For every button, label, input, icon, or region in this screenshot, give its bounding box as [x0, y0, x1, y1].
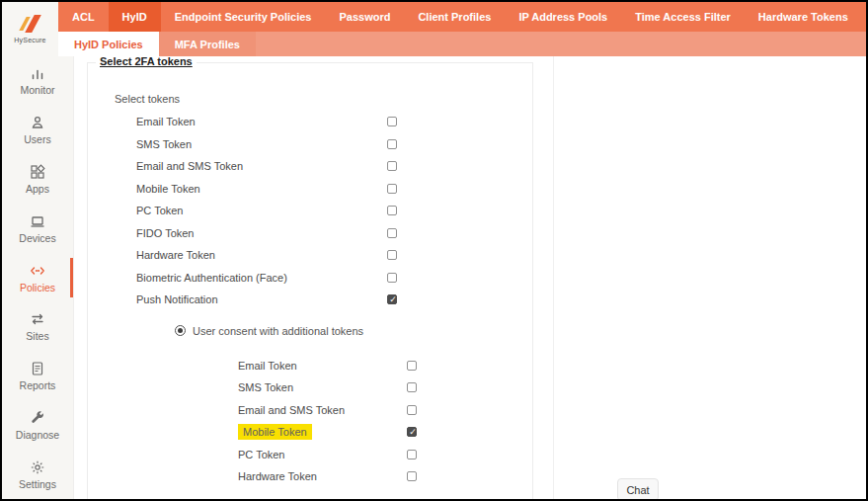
- nav-item-ip-address-pools[interactable]: IP Address Pools: [505, 2, 621, 32]
- sidebar-item-devices[interactable]: Devices: [2, 204, 73, 253]
- nav-item-client-profiles[interactable]: Client Profiles: [404, 2, 505, 32]
- checkbox-email-and-sms-token[interactable]: [407, 405, 417, 415]
- nav-item-hardware-tokens[interactable]: Hardware Tokens: [745, 2, 862, 32]
- subnav-tab-hyid-policies[interactable]: HyID Policies: [58, 32, 159, 56]
- token-row-fido-token: FIDO Token: [88, 222, 532, 245]
- nav-item-password[interactable]: Password: [325, 2, 404, 32]
- sidebar-item-label: Users: [24, 133, 50, 145]
- fieldset-legend: Select 2FA tokens: [96, 55, 197, 67]
- sidebar-item-policies[interactable]: Policies: [2, 253, 73, 302]
- brand-name: HySecure: [14, 37, 45, 43]
- document-icon: [30, 361, 45, 376]
- token-label: SMS Token: [136, 138, 387, 150]
- gear-icon: [30, 459, 45, 475]
- token-row-sms-token: SMS Token: [88, 133, 532, 156]
- nav-item-time-access-filter[interactable]: Time Access Filter: [621, 2, 745, 32]
- checkbox-push-notification[interactable]: [387, 294, 397, 304]
- main-content: Select 2FA tokens Select tokens Email To…: [75, 56, 866, 499]
- sidebar-item-sites[interactable]: Sites: [2, 302, 73, 352]
- checkbox-biometric-authentication-face[interactable]: [387, 273, 397, 283]
- bar-chart-icon: [30, 65, 45, 81]
- nav-item-appwhitelisting-rules[interactable]: Appwhitelisting Rules: [862, 2, 868, 32]
- token-label: PC Token: [136, 205, 387, 216]
- token-row-push-notification: Push Notification: [88, 289, 532, 311]
- subnav-tab-label: HyID Policies: [74, 39, 143, 50]
- token-label: Mobile Token: [136, 183, 387, 195]
- token-row-hardware-token: Hardware Token: [88, 244, 532, 267]
- sidebar-item-label: Diagnose: [16, 429, 59, 441]
- token-label: Email Token: [238, 360, 407, 372]
- subnav-tab-label: MFA Profiles: [175, 39, 240, 50]
- sidebar-item-label: Policies: [20, 282, 55, 293]
- token-row-email-and-sms-token: Email and SMS Token: [88, 399, 532, 422]
- swap-arrows-icon: [30, 311, 45, 327]
- hysecure-logo-icon: [20, 15, 41, 35]
- checkbox-pc-token[interactable]: [407, 450, 417, 459]
- subnav-tab-mfa-profiles[interactable]: MFA Profiles: [159, 32, 256, 56]
- person-icon: [30, 115, 45, 130]
- nav-item-acl[interactable]: ACL: [58, 2, 109, 32]
- chat-button[interactable]: Chat: [617, 478, 659, 501]
- token-label: Email and SMS Token: [136, 160, 387, 172]
- token-label: Biometric Authentication (Face): [136, 272, 387, 284]
- checkbox-fido-token[interactable]: [387, 228, 397, 238]
- checkbox-hardware-token[interactable]: [387, 250, 397, 260]
- nav-item-label: Hardware Tokens: [758, 11, 848, 23]
- checkbox-email-token[interactable]: [387, 117, 397, 126]
- checkbox-mobile-token[interactable]: [387, 184, 397, 194]
- checkbox-email-token[interactable]: [407, 361, 417, 371]
- sidebar-item-label: Monitor: [20, 84, 54, 96]
- sidebar-item-apps[interactable]: Apps: [2, 155, 73, 205]
- nav-item-label: Client Profiles: [418, 11, 491, 23]
- wrench-icon: [30, 410, 45, 426]
- nav-item-label: HyID: [122, 11, 147, 23]
- token-row-sms-token: SMS Token: [88, 376, 532, 399]
- token-label: Email and SMS Token: [238, 404, 407, 416]
- token-row-biometric-authentication-face: Biometric Authentication (Face): [88, 267, 532, 290]
- sidebar-item-label: Sites: [26, 330, 48, 342]
- checkbox-sms-token[interactable]: [407, 382, 417, 392]
- sidebar-item-label: Settings: [19, 478, 56, 490]
- select-tokens-label: Select tokens: [115, 93, 532, 105]
- token-row-hardware-token: Hardware Token: [88, 465, 532, 488]
- hysecure-app-window: HySecure ACL HyID Endpoint Security Poli…: [0, 0, 868, 501]
- token-label: Hardware Token: [136, 249, 387, 261]
- nav-item-label: ACL: [72, 11, 95, 23]
- sidebar-item-settings[interactable]: Settings: [2, 450, 73, 499]
- checkbox-hardware-token[interactable]: [407, 471, 417, 481]
- token-label: Mobile Token: [238, 426, 407, 438]
- content-divider: [553, 56, 554, 499]
- sidebar-item-users[interactable]: Users: [2, 106, 73, 155]
- main-nav: ACL HyID Endpoint Security Policies Pass…: [58, 2, 866, 32]
- token-label: FIDO Token: [136, 227, 387, 239]
- sidebar-item-diagnose[interactable]: Diagnose: [2, 400, 73, 450]
- brand-logo: HySecure: [2, 2, 58, 56]
- checkbox-pc-token[interactable]: [387, 206, 397, 215]
- sub-nav: HyID Policies MFA Profiles: [58, 32, 866, 56]
- sidebar-item-reports[interactable]: Reports: [2, 352, 73, 401]
- user-consent-label: User consent with additional tokens: [193, 325, 363, 337]
- nav-item-endpoint-security-policies[interactable]: Endpoint Security Policies: [161, 2, 326, 32]
- token-row-mobile-token: Mobile Token: [88, 178, 532, 201]
- nav-item-label: Time Access Filter: [635, 11, 731, 23]
- apps-grid-icon: [30, 164, 45, 180]
- code-brackets-icon: [30, 263, 45, 279]
- laptop-icon: [30, 213, 45, 229]
- checkbox-mobile-token[interactable]: [407, 427, 417, 437]
- token-label: PC Token: [238, 449, 407, 460]
- nav-item-hyid[interactable]: HyID: [109, 2, 161, 32]
- sidebar-item-label: Apps: [26, 183, 49, 195]
- user-consent-radio[interactable]: [175, 325, 186, 336]
- nav-item-label: IP Address Pools: [518, 11, 607, 23]
- token-label: Hardware Token: [238, 470, 407, 482]
- sidebar: Monitor Users Apps Devices Policies Site…: [2, 56, 74, 499]
- select-2fa-tokens-fieldset: Select 2FA tokens Select tokens Email To…: [87, 62, 533, 500]
- sidebar-item-label: Reports: [20, 379, 56, 391]
- checkbox-sms-token[interactable]: [387, 139, 397, 149]
- sidebar-item-monitor[interactable]: Monitor: [2, 56, 73, 106]
- checkbox-email-and-sms-token[interactable]: [387, 161, 397, 171]
- token-row-email-and-sms-token: Email and SMS Token: [88, 155, 532, 178]
- sidebar-item-label: Devices: [19, 232, 55, 244]
- primary-token-list: Email Token SMS Token Email and SMS Toke…: [88, 111, 532, 311]
- token-row-email-token: Email Token: [88, 355, 532, 377]
